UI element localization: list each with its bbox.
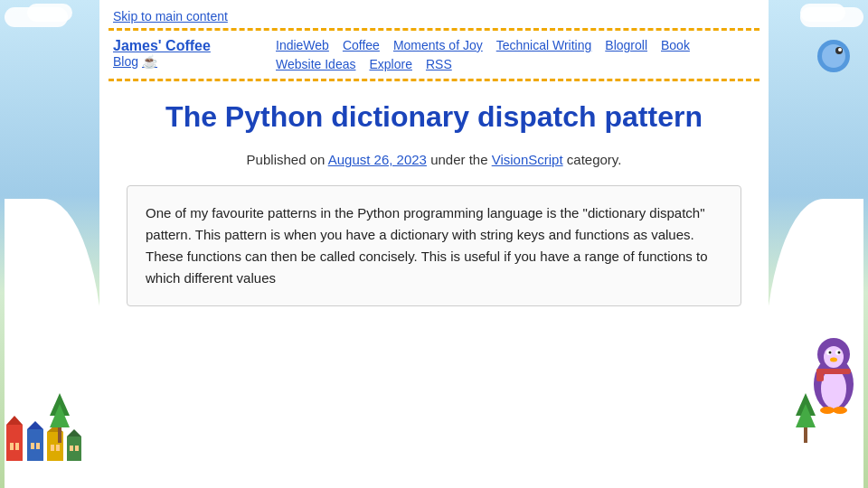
article-body-text: One of my favourite patterns in the Pyth… — [146, 202, 722, 289]
svg-point-29 — [829, 352, 832, 354]
penguin-right — [809, 334, 859, 416]
left-decoration — [5, 0, 99, 488]
site-title-block: James' Coffee Blog ☕ — [113, 38, 258, 69]
coffee-icon: ☕ — [142, 54, 157, 69]
nav-tech-writing[interactable]: Technical Writing — [496, 38, 592, 52]
article-date-link[interactable]: August 26, 2023 — [328, 152, 427, 167]
nav-blogroll[interactable]: Blogroll — [605, 38, 647, 52]
nav-coffee[interactable]: Coffee — [343, 38, 380, 52]
tree-left — [50, 393, 70, 443]
svg-point-20 — [822, 44, 845, 68]
main-content: Skip to main content James' Coffee Blog … — [99, 0, 769, 488]
svg-point-31 — [830, 358, 837, 362]
nav-website-ideas[interactable]: Website Ideas — [276, 57, 355, 71]
site-subtitle-link[interactable]: Blog ☕ — [113, 54, 258, 69]
nav-moments[interactable]: Moments of Joy — [393, 38, 483, 52]
svg-rect-15 — [75, 446, 79, 451]
site-title-link[interactable]: James' Coffee — [113, 38, 258, 54]
building-red — [5, 416, 24, 461]
svg-rect-0 — [6, 425, 23, 461]
svg-rect-10 — [51, 445, 54, 451]
blue-bird — [814, 36, 854, 77]
right-decoration — [769, 0, 863, 488]
svg-marker-5 — [27, 421, 43, 429]
svg-point-34 — [820, 407, 835, 414]
meta-suffix: category. — [567, 152, 622, 167]
svg-rect-6 — [31, 443, 34, 449]
svg-rect-11 — [56, 445, 60, 451]
article-title: The Python dictionary dispatch pattern — [127, 99, 741, 134]
tree-right — [796, 393, 816, 443]
nav-explore[interactable]: Explore — [369, 57, 411, 71]
svg-rect-14 — [70, 446, 73, 451]
article-meta: Published on August 26, 2023 under the V… — [127, 152, 741, 167]
buildings-left — [5, 416, 82, 461]
svg-point-22 — [838, 48, 842, 52]
meta-middle-text: under the — [430, 152, 487, 167]
article-category-link[interactable]: VisionScript — [492, 152, 563, 167]
meta-prefix: Published on — [247, 152, 326, 167]
article-area: The Python dictionary dispatch pattern P… — [99, 81, 769, 324]
building-blue — [26, 420, 44, 461]
svg-marker-1 — [6, 416, 23, 425]
svg-rect-2 — [10, 443, 14, 450]
article-body-box: One of my favourite patterns in the Pyth… — [127, 185, 741, 306]
svg-point-30 — [838, 352, 841, 354]
svg-point-24 — [821, 369, 846, 408]
navigation: James' Coffee Blog ☕ IndieWeb Coffee Mom… — [99, 31, 769, 79]
svg-rect-3 — [15, 443, 19, 450]
svg-rect-7 — [36, 443, 40, 449]
svg-rect-33 — [816, 369, 824, 381]
nav-book[interactable]: Book — [661, 38, 690, 52]
nav-rss[interactable]: RSS — [426, 57, 452, 71]
svg-rect-4 — [27, 429, 43, 461]
nav-indieweb[interactable]: IndieWeb — [276, 38, 329, 52]
nav-links: IndieWeb Coffee Moments of Joy Technical… — [276, 38, 755, 71]
skip-link[interactable]: Skip to main content — [99, 0, 769, 28]
svg-point-35 — [833, 407, 847, 414]
svg-point-26 — [824, 346, 844, 368]
site-subtitle-text: Blog — [113, 54, 138, 69]
